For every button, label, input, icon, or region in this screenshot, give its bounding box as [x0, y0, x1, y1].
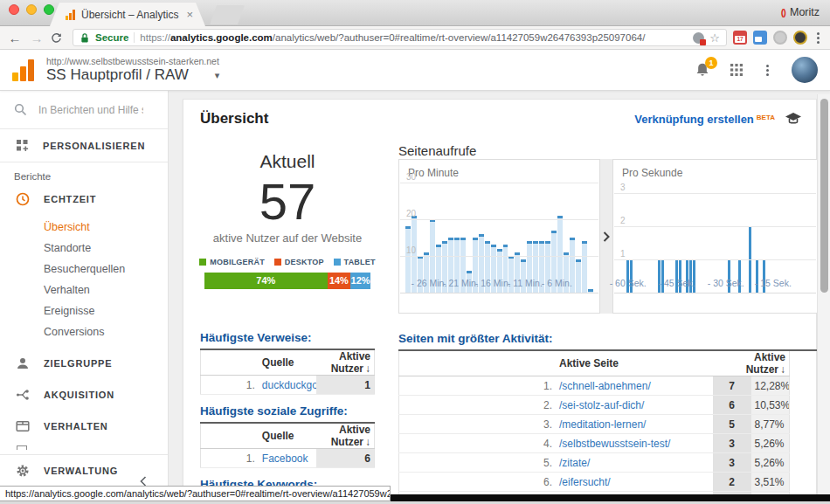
sidebar-item-ereignisse[interactable]: Ereignisse [44, 300, 168, 321]
new-tab-button[interactable] [210, 5, 245, 24]
shortcut-link[interactable]: Verknüpfung erstellen [634, 113, 754, 126]
gridline [400, 183, 598, 183]
chart-bar [773, 177, 776, 293]
calendar-extension-icon[interactable]: 17 [733, 31, 747, 45]
apps-grid-icon[interactable] [730, 63, 744, 77]
row-link-cell: /eifersucht/ [556, 473, 713, 492]
row-percentage: 5,26% [751, 453, 790, 473]
legend-item: MOBILGERÄT [199, 257, 265, 267]
chart-bar [763, 177, 765, 293]
row-rank: 6. [399, 473, 557, 492]
chart-bar [633, 177, 636, 293]
url-text: https://analytics.google.com/analytics/w… [140, 32, 688, 43]
sort-desc-icon: ↓ [780, 363, 785, 376]
reload-button[interactable] [51, 32, 66, 44]
row-link[interactable]: /zitate/ [559, 457, 590, 469]
col-source[interactable]: Quelle [259, 350, 316, 376]
row-link[interactable]: /selbstbewusstsein-test/ [559, 438, 670, 450]
chart-bar [808, 177, 811, 293]
referrals-heading: Häufigste Verweise: [200, 331, 375, 350]
fullscreen-window-button[interactable] [44, 4, 54, 15]
col-users[interactable]: Aktive Nutzer↓ [316, 424, 374, 449]
row-link[interactable]: /meditation-lernen/ [559, 418, 646, 431]
col-active-page[interactable]: Aktive Seite [556, 351, 713, 376]
close-tab-icon[interactable]: × [186, 8, 193, 21]
search-input[interactable] [38, 104, 143, 116]
reload-icon [51, 32, 62, 44]
sidebar-item-besucherquellen[interactable]: Besucherquellen [44, 259, 168, 280]
sidebar-item-audience[interactable]: ZIELGRUPPE [0, 348, 168, 379]
row-link[interactable]: Facebook [262, 452, 308, 465]
pageviews-title: Seitenaufrufe [398, 143, 818, 159]
graduation-cap-icon[interactable] [785, 112, 802, 126]
per-minute-chart: Pro Minute - 26 Min.- 21 Min.- 16 Min.- … [398, 159, 600, 314]
chart-bar [682, 177, 685, 293]
sidebar-search[interactable] [0, 91, 168, 129]
x-axis-tick: - 11 Min. [508, 278, 543, 288]
more-options-icon[interactable] [763, 65, 772, 76]
sort-desc-icon: ↓ [365, 436, 370, 448]
sidebar: PERSONALISIEREN Berichte ECHTZEIT Übersi… [0, 91, 169, 504]
scrollbar-thumb[interactable] [820, 99, 828, 293]
col-users[interactable]: Aktive Nutzer↓ [316, 350, 374, 376]
stackbar-segment: 74% [204, 273, 328, 289]
col-users[interactable]: Aktive Nutzer↓ [713, 351, 790, 376]
close-window-button[interactable] [9, 4, 19, 15]
create-shortcut[interactable]: Verknüpfung erstellen BETA [634, 112, 802, 126]
chart-bar [766, 177, 769, 293]
chart-bar [714, 177, 716, 293]
gridline [614, 226, 816, 227]
sidebar-item-verhalten-sub[interactable]: Verhalten [44, 280, 168, 300]
notifications-button[interactable]: 1 [695, 62, 710, 78]
x-axis-tick: - 60 Sek. [610, 278, 647, 288]
translate-icon[interactable] [693, 32, 704, 44]
chrome-menu-icon[interactable] [813, 32, 823, 44]
view-selector[interactable]: SS Hauptprofil / RAW ▾ [46, 66, 219, 84]
sidebar-item-personalize[interactable]: PERSONALISIEREN [0, 129, 168, 162]
sidebar-item-conversions[interactable]: Conversions [44, 321, 168, 342]
search-icon [14, 103, 27, 116]
stackbar-segment: 12% [350, 273, 370, 289]
chart-bar [661, 177, 664, 293]
sidebar-item-standorte[interactable]: Standorte [44, 238, 168, 259]
sidebar-item-realtime[interactable]: ECHTZEIT [0, 183, 168, 215]
chart-bar [759, 177, 762, 293]
profile-badge-icon: () [781, 7, 785, 17]
address-bar[interactable]: Secure https://analytics.google.com/anal… [73, 29, 727, 46]
chart-bar [665, 177, 667, 293]
chart-bar [647, 177, 650, 293]
legend-swatch-icon [334, 259, 341, 266]
row-active-users: 7 [713, 376, 751, 396]
chrome-profile-chip[interactable]: () Moritz [781, 6, 820, 18]
screenshot-extension-icon[interactable] [753, 31, 767, 45]
social-heading: Häufigste soziale Zugriffe: [200, 404, 375, 424]
row-link[interactable]: /eifersucht/ [559, 476, 611, 488]
sidebar-item-uebersicht[interactable]: Übersicht [44, 217, 168, 238]
conversions-flag-icon [17, 445, 27, 450]
table-row: 1./schnell-abnehmen/712,28% [399, 376, 790, 396]
minimize-window-button[interactable] [26, 4, 37, 15]
back-button[interactable]: ← [7, 31, 23, 45]
chevron-down-icon: ▾ [215, 70, 220, 81]
bookmark-star-icon[interactable]: ☆ [709, 31, 720, 45]
row-link[interactable]: /sei-stolz-auf-dich/ [559, 399, 644, 411]
vertical-scrollbar[interactable] [817, 94, 830, 504]
sidebar-item-behavior[interactable]: VERHALTEN [0, 411, 168, 442]
chart-bar [777, 177, 779, 293]
row-link-cell: duckduckgo.com [259, 376, 316, 395]
sidebar-item-acquisition[interactable]: AKQUISITION [0, 379, 168, 411]
chevron-right-icon[interactable] [602, 231, 611, 243]
realtime-submenu: Übersicht Standorte Besucherquellen Verh… [0, 215, 168, 348]
row-link[interactable]: duckduckgo.com [262, 379, 316, 391]
extension-icon-gray[interactable] [773, 31, 787, 45]
account-block[interactable]: http://www.selbstbewusstsein-staerken.ne… [46, 56, 219, 84]
y-axis-tick: 20 [406, 209, 416, 218]
analytics-logo-icon [12, 59, 34, 81]
row-link[interactable]: /schnell-abnehmen/ [559, 380, 651, 392]
avatar[interactable] [792, 57, 818, 83]
legend-item: DESKTOP [274, 257, 324, 267]
browser-tab[interactable]: Übersicht – Analytics × [50, 3, 205, 26]
col-source[interactable]: Quelle [259, 424, 316, 449]
chart-bar [724, 177, 727, 293]
extension-icon-gold[interactable] [793, 31, 807, 45]
